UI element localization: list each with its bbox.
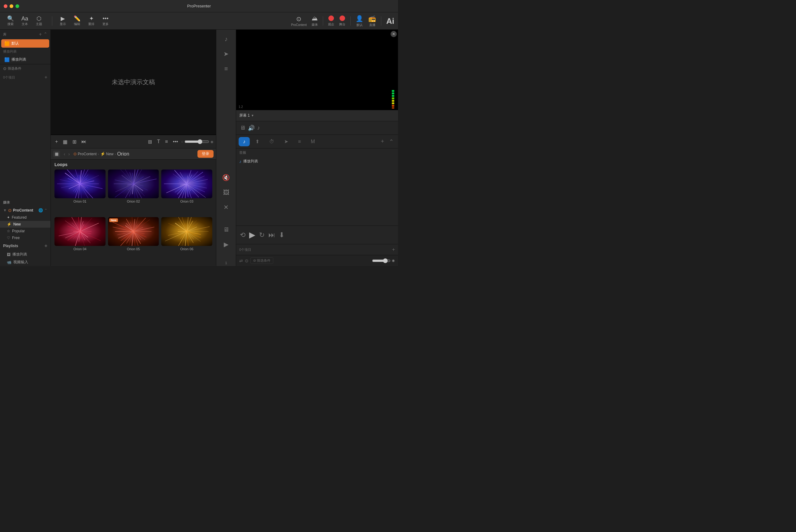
music-note-icon[interactable]: ♪ — [257, 125, 260, 131]
sidebar-item-new[interactable]: ⚡ New — [0, 221, 51, 228]
library-add-btn[interactable]: + — [39, 32, 42, 37]
more-button[interactable]: ••• 更多 — [99, 15, 112, 27]
audience-button[interactable]: 观众 — [328, 16, 334, 26]
edit-icon: ✏️ — [74, 16, 80, 21]
sidebar-item-default[interactable]: 🟧 默认 — [1, 39, 49, 48]
loop-btn[interactable]: ↻ — [259, 231, 265, 239]
screen-selector[interactable]: 屏幕 1 ▼ — [236, 110, 398, 121]
filter-conditions-btn[interactable]: ⊘ 筛选条件 — [251, 257, 273, 264]
screen-icon[interactable]: 🖥 — [240, 125, 245, 131]
popular-icon: ☆ — [7, 229, 10, 233]
items-counter-add-btn[interactable]: + — [392, 247, 395, 252]
down-btn[interactable]: ⬇ — [279, 231, 284, 239]
edit-button[interactable]: ✏️ 编辑 — [70, 15, 84, 27]
maximize-button[interactable] — [16, 4, 19, 8]
rs-video-btn[interactable]: ▶ — [219, 238, 233, 251]
media-item-orion04[interactable]: Orion 04 — [54, 217, 106, 262]
breadcrumb-procontent[interactable]: ⊙ ProContent — [73, 152, 96, 156]
tab-add-btn[interactable]: + — [379, 138, 386, 145]
tab-send[interactable]: ⬆ — [251, 137, 264, 146]
grid-view-btn[interactable]: ▦ — [61, 138, 69, 146]
tab-layers[interactable]: ≡ — [294, 137, 305, 146]
media-item-orion06[interactable]: Orion 06 — [161, 217, 212, 262]
media-label-orion04: Orion 04 — [54, 247, 106, 251]
procontent-label: ProContent — [13, 208, 33, 212]
media-item-orion01[interactable]: Orion 01 — [54, 170, 106, 215]
text-button[interactable]: Aa 文本 — [18, 15, 32, 27]
free-label: Free — [12, 236, 20, 240]
tab-navigate[interactable]: ➤ — [280, 137, 293, 146]
tab-timer[interactable]: ⏱ — [265, 137, 279, 146]
svg-line-116 — [80, 218, 92, 232]
vu-bar-green1 — [392, 90, 394, 92]
stage-button[interactable]: 舞台 — [339, 16, 346, 26]
procontent-expand[interactable]: ▼ ⊙ ProContent 🌐 ⌃ — [0, 207, 51, 214]
sidebar-item-playlist-sub[interactable]: 🖼 播放列表 — [0, 250, 51, 258]
grid-icon-btn[interactable]: ⊞ — [146, 138, 154, 146]
tab-macro[interactable]: M — [307, 137, 319, 146]
sidebar-item-playlist[interactable]: 🟦 播放列表 — [1, 55, 49, 64]
add-media-btn[interactable]: + — [53, 138, 60, 146]
arrange-button[interactable]: ✦ 重排 — [85, 15, 98, 27]
ai-button[interactable]: Ai — [386, 17, 394, 25]
procontent-button[interactable]: ⊙ ProContent — [291, 15, 307, 26]
sidebar-item-popular[interactable]: ☆ Popular — [0, 228, 51, 234]
sidebar-item-video-input[interactable]: 📹 视频输入 — [0, 258, 51, 266]
vu-bar-green2 — [392, 93, 394, 94]
playlist-sub-icon: 🖼 — [7, 252, 11, 257]
tab-chevron-btn[interactable]: ⌃ — [387, 138, 395, 146]
rewind-btn[interactable]: ⟲ — [240, 231, 245, 239]
next-btn[interactable]: ⏭ — [268, 231, 275, 239]
rs-mute-btn[interactable]: 🔇 — [219, 171, 233, 184]
playlists-add-btn[interactable]: + — [44, 243, 47, 249]
rs-image-btn[interactable]: 🖼 — [219, 186, 233, 199]
svg-line-109 — [72, 223, 80, 232]
vu-bar-yellow1 — [392, 97, 394, 99]
default-button[interactable]: 👤 默认 — [356, 15, 363, 27]
rs-monitor-btn[interactable]: 🖥 — [219, 223, 233, 236]
volume-slider[interactable] — [372, 258, 391, 263]
close-button[interactable] — [4, 4, 7, 8]
media-button[interactable]: ⛰ 媒体 — [312, 15, 318, 27]
sidebar-item-free[interactable]: ♡ Free — [0, 234, 51, 241]
register-button[interactable]: 登录 — [198, 150, 214, 158]
rs-close-btn[interactable]: ✕ — [219, 201, 233, 214]
audio-playlist-label: 播放列表 — [243, 159, 258, 164]
traffic-lights — [4, 4, 19, 8]
zoom-slider[interactable] — [184, 139, 209, 144]
tab-music[interactable]: ♪ — [239, 137, 250, 146]
shuffle-icon[interactable]: ⇄ — [239, 258, 243, 263]
media-item-orion03[interactable]: Orion 03 — [161, 170, 212, 215]
media-grid-btn[interactable]: ⊞ — [71, 138, 78, 146]
media-forward-btn[interactable]: ⏭ — [79, 138, 88, 146]
filter-circle-icon[interactable]: ⊙ — [245, 258, 248, 263]
svg-line-107 — [68, 226, 80, 231]
rs-layers-btn[interactable]: ≡ — [219, 62, 233, 75]
nav-back-btn[interactable]: ‹ — [62, 151, 67, 157]
media-item-orion02[interactable]: Orion 02 — [108, 170, 159, 215]
rs-music-btn[interactable]: ♪ — [219, 32, 233, 46]
search-button[interactable]: 🔍 搜索 — [4, 15, 17, 27]
theme-button[interactable]: ⬡ 主题 — [32, 15, 46, 27]
minimize-button[interactable] — [10, 4, 13, 8]
monitor-close-btn[interactable]: ✕ — [391, 31, 397, 37]
breadcrumb-new[interactable]: ⚡ New — [100, 152, 114, 156]
text-view-btn[interactable]: T — [155, 138, 162, 146]
playlists-label: Playlists — [3, 244, 18, 248]
list-view-btn[interactable]: ≡ — [163, 138, 170, 146]
more-options-btn[interactable]: ••• — [171, 138, 180, 146]
rs-send-btn[interactable]: ➤ — [219, 47, 233, 61]
speaker-icon[interactable]: 🔊 — [248, 125, 255, 131]
audio-playlist-item[interactable]: ♪ 播放列表 — [236, 157, 398, 166]
live-button[interactable]: 📻 直播 — [368, 15, 376, 27]
sidebar-item-featured[interactable]: ✦ Featured — [0, 214, 51, 221]
items-add-btn[interactable]: + — [44, 75, 47, 80]
nav-forward-btn[interactable]: › — [67, 151, 71, 157]
browser-grid-btn[interactable]: ▦ — [53, 151, 60, 157]
display-button[interactable]: ▶ 显示 — [56, 15, 70, 27]
media-item-orion05[interactable]: NewOrion 05 — [108, 217, 159, 262]
play-btn[interactable]: ▶ — [249, 230, 255, 240]
svg-line-79 — [174, 170, 187, 184]
vu-bar-red1 — [392, 105, 394, 107]
library-collapse-btn[interactable]: ⌃ — [44, 32, 47, 37]
